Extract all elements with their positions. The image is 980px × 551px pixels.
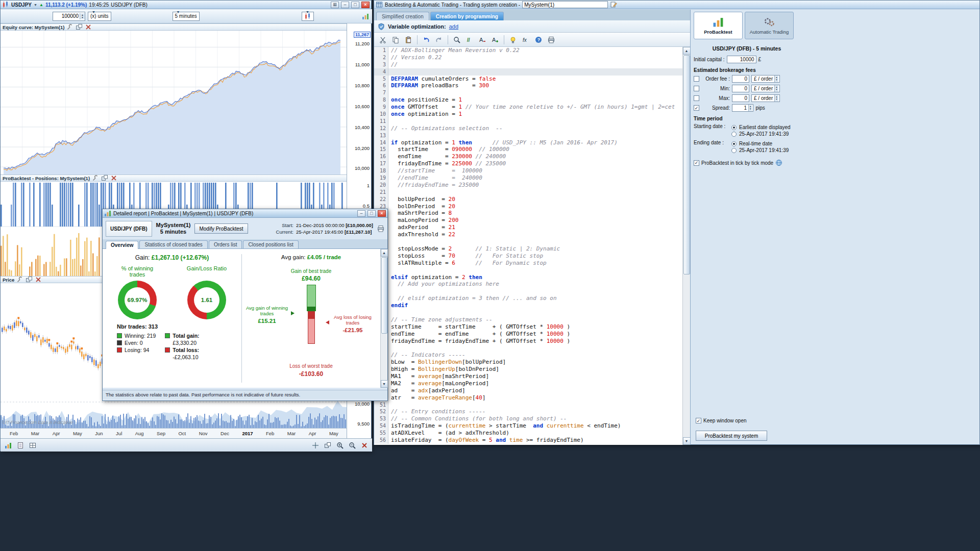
maximize-icon[interactable]: □ xyxy=(351,2,359,8)
code-line[interactable]: 18 //startTime = 100000 xyxy=(374,167,682,174)
code-line[interactable]: 44// -- Indicators ----- xyxy=(374,352,682,359)
code-line[interactable]: 45bLow = BollingerDown[bolUpPeriod] xyxy=(374,359,682,366)
code-line[interactable]: 25 maLongPeriod = 200 xyxy=(374,217,682,224)
code-line[interactable]: 34 // Add your optimizations here xyxy=(374,281,682,288)
code-line[interactable]: 2// Version 0.22 xyxy=(374,54,682,61)
close-icon[interactable]: × xyxy=(361,2,370,8)
initial-capital-input[interactable]: 10000 xyxy=(727,56,756,63)
tab-creation-by-programming[interactable]: Creation by programming xyxy=(430,12,504,20)
modify-probacktest-button[interactable]: Modify ProBacktest xyxy=(194,223,248,234)
code-line[interactable]: 10once optimization = 1 xyxy=(374,111,682,118)
panel-close-icon[interactable] xyxy=(110,174,117,182)
rename-icon[interactable] xyxy=(610,1,617,8)
code-line[interactable]: 30 stopLoss = 70 // For Static stop xyxy=(374,253,682,260)
maximize-icon[interactable]: □ xyxy=(368,210,376,217)
code-line[interactable]: 14if optimization = 1 then // USD_JPY ::… xyxy=(374,139,682,146)
code-line[interactable]: 6DEFPARAM preloadBars = 300 xyxy=(374,82,682,89)
code-line[interactable]: 29 stopLossMode = 2 // 1: Static | 2: Dy… xyxy=(374,245,682,253)
tab-probacktest[interactable]: ProBacktest xyxy=(694,12,743,39)
scroll-down-icon[interactable]: ▼ xyxy=(683,437,691,445)
crosshair-icon[interactable] xyxy=(310,440,321,450)
backtesting-window-titlebar[interactable]: Backtesting & Automatic Trading - Tradin… xyxy=(374,1,979,9)
code-line[interactable]: 39// -- Time zone adjustments -- xyxy=(374,316,682,323)
help-icon[interactable]: ? xyxy=(533,34,544,45)
panel-settings-icon[interactable] xyxy=(66,23,74,31)
code-line[interactable]: 47MA1 = average[maShrtPeriod] xyxy=(374,373,682,380)
print-icon[interactable] xyxy=(546,34,557,45)
layout-grid-icon[interactable] xyxy=(28,440,38,450)
quantity-stepper[interactable]: ▲▼ xyxy=(53,12,85,21)
code-line[interactable]: 31 slATRmultiple = 6 // For Dynamic stop xyxy=(374,260,682,267)
code-line[interactable]: 56isLateFriday = (dayOfWeek = 5 and time… xyxy=(374,437,682,444)
code-line[interactable]: 7 xyxy=(374,89,682,96)
code-line[interactable]: 16 endTime = 230000 // 240000 xyxy=(374,153,682,160)
code-line[interactable]: 38 xyxy=(374,309,682,316)
report-scrollbar[interactable]: ▲ ▼ xyxy=(380,249,387,388)
undo-icon[interactable] xyxy=(421,34,432,45)
code-line[interactable]: 8once positionSize = 1 xyxy=(374,96,682,104)
spread-checkbox[interactable]: ✓ xyxy=(694,105,699,111)
code-line[interactable]: 41endTime = endTime + ( GMTOffset * 1000… xyxy=(374,331,682,338)
minimize-icon[interactable]: – xyxy=(357,210,365,217)
search-icon[interactable] xyxy=(451,34,462,45)
code-line[interactable]: 26 adxPeriod = 21 xyxy=(374,224,682,231)
table-view-icon[interactable]: ⊞ xyxy=(331,2,339,8)
code-line[interactable]: 36 // elsif optimization = 3 then // ...… xyxy=(374,295,682,302)
code-line[interactable]: 55atADXLevel = (ad > adxThreshold) xyxy=(374,430,682,437)
code-line[interactable]: 27 adxThreshold = 22 xyxy=(374,231,682,238)
panel-popout-icon[interactable] xyxy=(76,23,83,31)
report-titlebar[interactable]: Detailed report | ProBacktest | MySystem… xyxy=(103,209,387,218)
quantity-spin-icons[interactable]: ▲▼ xyxy=(80,13,85,19)
code-line[interactable]: 20 //fridayEndTime = 235000 xyxy=(374,182,682,189)
fee-checkbox[interactable] xyxy=(694,95,699,101)
code-line[interactable]: 52// -- Entry conditions ----- xyxy=(374,408,682,415)
code-line[interactable]: 43 xyxy=(374,344,682,352)
close-icon[interactable]: × xyxy=(378,210,386,217)
tab-statistics-of-closed-trades[interactable]: Statistics of closed trades xyxy=(139,240,207,248)
scroll-up-icon[interactable]: ▲ xyxy=(381,249,388,257)
fee-unit-select[interactable]: £ / order▲▼ xyxy=(751,85,780,92)
indicator-icon[interactable] xyxy=(362,13,369,20)
code-line[interactable]: 12// -- Optimizations selection -- xyxy=(374,125,682,132)
insertfn-icon[interactable]: fx xyxy=(520,34,531,45)
tab-automatic-trading[interactable]: Automatic Trading xyxy=(745,12,794,39)
code-line[interactable]: 4 xyxy=(374,68,682,76)
quantity-input[interactable] xyxy=(53,13,80,19)
scrollbar-thumb[interactable] xyxy=(683,55,690,274)
tab-closed-positions-list[interactable]: Closed positions list xyxy=(243,240,298,248)
code-line[interactable]: 17 fridayEndTime = 225000 // 235000 xyxy=(374,160,682,167)
paste-icon[interactable] xyxy=(403,34,414,45)
code-line[interactable]: 1// ADX-Bollinger Mean Reversion v 0.22 xyxy=(374,47,682,54)
scrollbar-thumb[interactable] xyxy=(381,257,387,334)
code-line[interactable]: 19 //endTime = 240000 xyxy=(374,174,682,182)
chart-type-select[interactable]: ▼ xyxy=(302,12,314,21)
code-line[interactable]: 35 xyxy=(374,288,682,295)
tab-simplified-creation[interactable]: Simplified creation xyxy=(376,12,429,20)
spread-stepper[interactable]: 1▲▼ xyxy=(732,104,753,112)
code-line[interactable]: 48MA2 = average[maLongPeriod] xyxy=(374,380,682,387)
scroll-down-icon[interactable]: ▼ xyxy=(381,380,388,388)
code-line[interactable]: 51 xyxy=(374,402,682,409)
panel-popout-icon[interactable] xyxy=(26,276,33,283)
fee-checkbox[interactable] xyxy=(694,76,699,82)
notes-icon[interactable] xyxy=(15,440,26,450)
probacktest-my-system-button[interactable]: ProBacktest my system xyxy=(696,431,767,441)
code-line[interactable]: 3// xyxy=(374,61,682,68)
code-line[interactable]: 28 xyxy=(374,238,682,245)
code-line[interactable]: 22 bolUpPeriod = 20 xyxy=(374,196,682,203)
panel-settings-icon[interactable] xyxy=(92,174,99,182)
hint-icon[interactable] xyxy=(507,34,519,45)
panel-popout-icon[interactable] xyxy=(101,174,108,182)
tab-overview[interactable]: Overview xyxy=(106,241,138,249)
reset-zoom-icon[interactable] xyxy=(359,440,370,450)
code-line[interactable]: 40startTime = startTime + ( GMTOffset * … xyxy=(374,323,682,331)
detach-icon[interactable] xyxy=(323,440,333,450)
symbol-dropdown-icon[interactable]: ▼ xyxy=(34,3,37,7)
code-line[interactable]: 42fridayEndTime = fridayEndTime + ( GMTO… xyxy=(374,338,682,345)
fee-input[interactable]: 0 xyxy=(732,85,749,92)
timeframe-select[interactable]: 5 minutes ▼ xyxy=(173,12,200,21)
add-optimization-link[interactable]: add xyxy=(449,23,458,30)
print-icon[interactable] xyxy=(377,225,384,232)
cut-icon[interactable] xyxy=(377,34,388,45)
tick-mode-checkbox[interactable]: ✓ xyxy=(694,160,699,166)
